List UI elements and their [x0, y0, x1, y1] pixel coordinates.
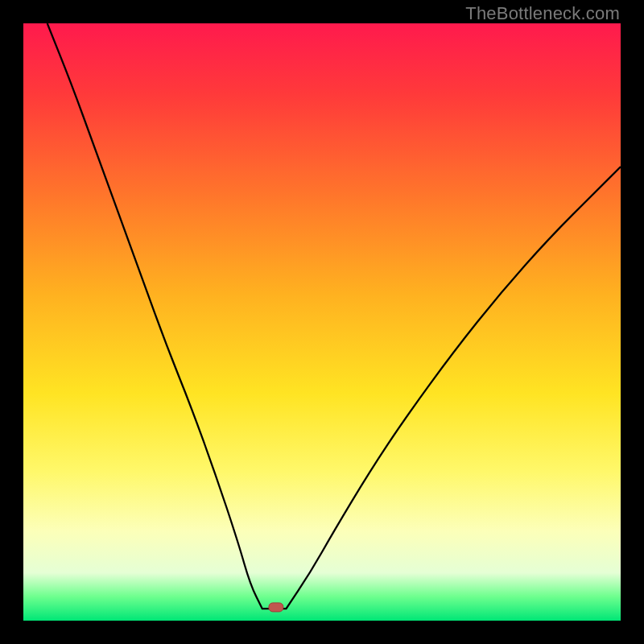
bottleneck-curve [23, 23, 621, 621]
curve-path [47, 23, 621, 609]
optimum-marker [269, 603, 283, 612]
chart-plot-area [23, 23, 621, 621]
watermark-text: TheBottleneck.com [465, 3, 620, 24]
